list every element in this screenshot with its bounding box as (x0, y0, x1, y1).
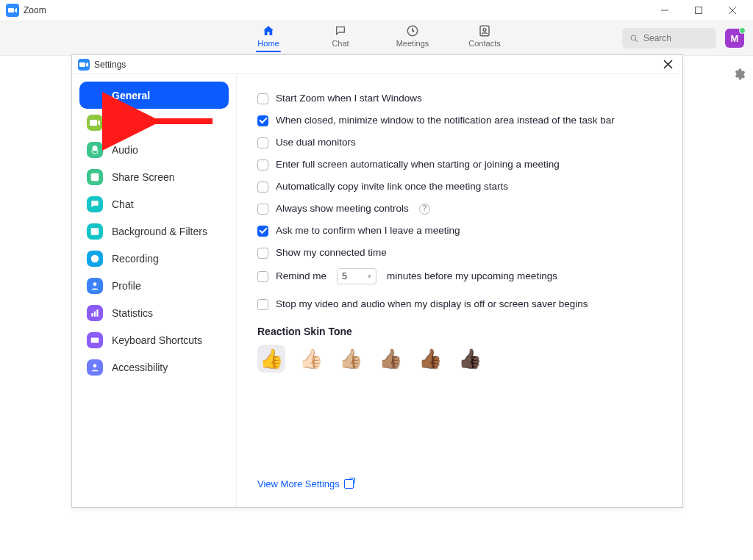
reaction-skin-tone-option[interactable]: 👍🏻 (297, 345, 325, 373)
headphones-icon (87, 142, 103, 158)
settings-content: Start Zoom when I start WindowsWhen clos… (237, 74, 682, 507)
option-label: When closed, minimize window to the noti… (276, 114, 615, 127)
record-icon (87, 251, 103, 267)
settings-sidebar: GeneralVideoAudioShare ScreenChatBackgro… (72, 74, 237, 507)
sidebar-item-audio[interactable]: Audio (79, 136, 229, 163)
search-input[interactable] (643, 33, 702, 43)
sidebar-item-recording[interactable]: Recording (79, 245, 229, 272)
stop-video-checkbox[interactable] (257, 299, 268, 310)
chevron-down-icon: ▾ (368, 270, 371, 283)
nav-label: Chat (332, 39, 349, 48)
contacts-icon (477, 24, 492, 37)
nav-home[interactable]: Home (246, 24, 290, 52)
nav-chat[interactable]: Chat (318, 24, 363, 52)
remind-minutes-input[interactable]: 5 ▾ (337, 268, 376, 284)
option-label: Ask me to confirm when I leave a meeting (276, 224, 460, 237)
app-logo-icon (6, 4, 19, 17)
reaction-skin-tone-picker: 👍👍🏻👍🏼👍🏽👍🏾👍🏿 (257, 345, 662, 373)
option-checkbox[interactable] (257, 182, 268, 193)
svg-line-8 (635, 40, 638, 42)
app-title: Zoom (24, 5, 46, 15)
nav-contacts[interactable]: Contacts (463, 24, 507, 52)
option-checkbox[interactable] (257, 204, 268, 215)
remind-prefix: Remind me (276, 270, 326, 283)
sidebar-item-label: Recording (112, 253, 159, 265)
search-box[interactable] (622, 28, 716, 49)
sidebar-item-label: Audio (112, 144, 138, 156)
window-maximize-button[interactable] (684, 0, 713, 21)
sidebar-item-profile[interactable]: Profile (79, 272, 229, 299)
option-label: Enter full screen automatically when sta… (276, 158, 560, 171)
option-checkbox[interactable] (257, 115, 268, 126)
reaction-skin-tone-option[interactable]: 👍 (257, 345, 285, 373)
svg-point-13 (93, 229, 96, 232)
profile-avatar[interactable]: M (725, 29, 744, 48)
svg-rect-20 (91, 337, 99, 342)
option-row: Show my connected time (257, 246, 662, 259)
chat-icon (87, 196, 103, 212)
stop-video-label: Stop my video and audio when my display … (276, 298, 588, 311)
sidebar-item-label: Background & Filters (112, 226, 207, 237)
nav-tabs: Home Chat Meetings Contacts (246, 24, 507, 52)
sidebar-item-label: Statistics (112, 307, 153, 319)
nav-meetings[interactable]: Meetings (390, 24, 435, 52)
keyboard-icon (87, 332, 103, 348)
sidebar-item-label: Video (112, 117, 138, 129)
svg-rect-22 (94, 339, 95, 340)
chat-icon (333, 24, 348, 37)
option-row: Use dual monitors (257, 136, 662, 149)
sidebar-item-label: Keyboard Shortcuts (112, 334, 202, 346)
sidebar-item-keyboard-shortcuts[interactable]: Keyboard Shortcuts (79, 326, 229, 353)
avatar-initial: M (731, 33, 739, 44)
option-row: When closed, minimize window to the noti… (257, 114, 662, 127)
option-row: Always show meeting controls? (257, 202, 662, 215)
svg-rect-17 (91, 313, 93, 317)
svg-rect-19 (96, 309, 98, 316)
sidebar-item-background-filters[interactable]: Background & Filters (79, 218, 229, 245)
search-icon (629, 34, 639, 43)
reaction-skin-tone-option[interactable]: 👍🏼 (337, 345, 365, 373)
sidebar-item-general[interactable]: General (79, 82, 229, 109)
option-row: Start Zoom when I start Windows (257, 92, 662, 105)
svg-rect-23 (96, 339, 96, 340)
help-icon[interactable]: ? (419, 204, 430, 215)
sidebar-item-video[interactable]: Video (79, 109, 229, 136)
settings-dialog: Settings GeneralVideoAudioShare ScreenCh… (71, 54, 683, 508)
option-checkbox[interactable] (257, 137, 268, 148)
option-checkbox[interactable] (257, 159, 268, 170)
main-settings-gear[interactable] (732, 68, 746, 84)
sidebar-item-label: General (112, 90, 150, 101)
svg-rect-1 (696, 7, 702, 14)
reaction-skin-tone-option[interactable]: 👍🏿 (456, 345, 484, 373)
nav-label: Contacts (468, 39, 500, 48)
option-label: Start Zoom when I start Windows (276, 92, 422, 105)
nav-label: Meetings (396, 39, 429, 48)
option-label: Always show meeting controls (276, 202, 409, 215)
reaction-section-title: Reaction Skin Tone (257, 326, 662, 337)
option-label: Automatically copy invite link once the … (276, 180, 508, 193)
svg-point-25 (93, 364, 97, 367)
sidebar-item-accessibility[interactable]: Accessibility (79, 353, 229, 381)
sidebar-item-statistics[interactable]: Statistics (79, 299, 229, 326)
window-minimize-button[interactable] (650, 0, 679, 21)
view-more-settings-link[interactable]: View More Settings (257, 478, 354, 489)
svg-rect-18 (94, 311, 96, 316)
reaction-skin-tone-option[interactable]: 👍🏽 (376, 345, 404, 373)
profile-icon (87, 278, 103, 294)
option-checkbox[interactable] (257, 248, 268, 259)
reaction-skin-tone-option[interactable]: 👍🏾 (416, 345, 444, 373)
main-toolbar: Home Chat Meetings Contacts M (0, 21, 753, 56)
option-label: Show my connected time (276, 246, 387, 259)
sidebar-item-share-screen[interactable]: Share Screen (79, 163, 229, 190)
stop-video-row: Stop my video and audio when my display … (257, 298, 662, 311)
os-titlebar: Zoom (0, 0, 753, 21)
svg-rect-21 (93, 339, 93, 340)
settings-close-button[interactable] (659, 56, 677, 73)
sidebar-item-chat[interactable]: Chat (79, 190, 229, 218)
option-checkbox[interactable] (257, 93, 268, 104)
window-close-button[interactable] (718, 0, 747, 21)
settings-titlebar: Settings (72, 55, 682, 74)
statistics-icon (87, 305, 103, 321)
option-checkbox[interactable] (257, 226, 268, 237)
remind-checkbox[interactable] (257, 271, 268, 282)
